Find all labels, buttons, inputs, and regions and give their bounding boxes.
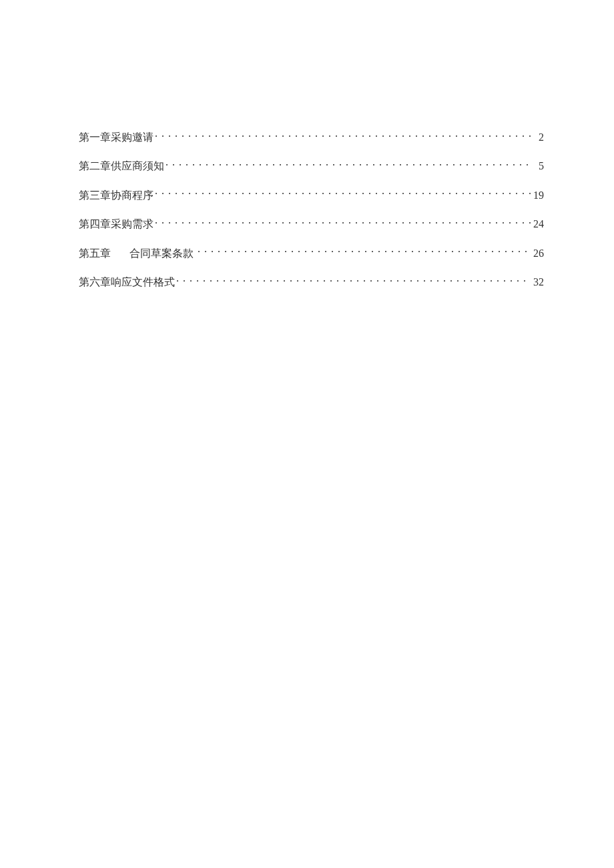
toc-dot-leader <box>166 159 531 169</box>
toc-entry-label: 第二章供应商须知 <box>79 159 164 173</box>
toc-entry-label: 第六章响应文件格式 <box>79 275 175 290</box>
toc-entry-label: 第一章采购邀请 <box>79 130 154 145</box>
toc-entry: 第二章供应商须知 5 <box>79 159 544 173</box>
toc-chapter-prefix: 第四章 <box>79 218 111 230</box>
toc-chapter-title: 响应文件格式 <box>111 276 175 288</box>
toc-entry-label: 第四章采购需求 <box>79 217 154 232</box>
toc-entry: 第四章采购需求 24 <box>79 217 544 232</box>
toc-entry-label: 第五章合同草案条款 <box>79 246 196 261</box>
toc-chapter-prefix: 第一章 <box>79 131 111 143</box>
toc-page-number: 32 <box>532 275 544 290</box>
toc-chapter-title: 采购需求 <box>111 218 154 230</box>
toc-chapter-title: 供应商须知 <box>111 160 164 171</box>
toc-entry: 第六章响应文件格式 32 <box>79 275 544 290</box>
toc-page-number: 2 <box>532 130 544 145</box>
toc-chapter-prefix: 第五章 <box>79 248 111 259</box>
toc-page-number: 5 <box>532 159 544 173</box>
toc-dot-leader <box>155 217 531 228</box>
toc-chapter-prefix: 第六章 <box>79 276 111 288</box>
toc-chapter-title: 采购邀请 <box>111 131 154 143</box>
toc-page-number: 24 <box>532 217 544 232</box>
toc-dot-leader <box>176 275 531 286</box>
toc-entry-label: 第三章协商程序 <box>79 188 154 203</box>
toc-dot-leader <box>198 246 531 257</box>
toc-chapter-prefix: 第三章 <box>79 189 111 201</box>
toc-page-number: 19 <box>532 188 544 203</box>
toc-chapter-title: 合同草案条款 <box>129 248 194 259</box>
toc-chapter-title: 协商程序 <box>111 189 154 201</box>
toc-chapter-prefix: 第二章 <box>79 160 111 171</box>
toc-page-number: 26 <box>532 246 544 261</box>
toc-entry: 第三章协商程序 19 <box>79 188 544 203</box>
document-page: 第一章采购邀请 2 第二章供应商须知 5 第三章协商程序 19 第四章采购需求 … <box>0 0 614 868</box>
toc-dot-leader <box>155 188 531 199</box>
toc-entry: 第一章采购邀请 2 <box>79 130 544 145</box>
table-of-contents: 第一章采购邀请 2 第二章供应商须知 5 第三章协商程序 19 第四章采购需求 … <box>79 130 544 290</box>
toc-entry: 第五章合同草案条款 26 <box>79 246 544 261</box>
toc-dot-leader <box>155 130 531 141</box>
